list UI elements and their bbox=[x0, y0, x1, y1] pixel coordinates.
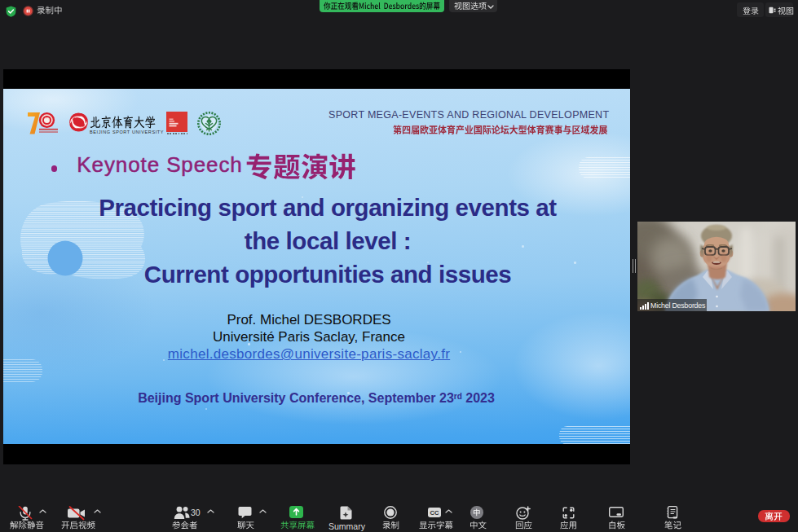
svg-text:CC: CC bbox=[430, 509, 439, 517]
